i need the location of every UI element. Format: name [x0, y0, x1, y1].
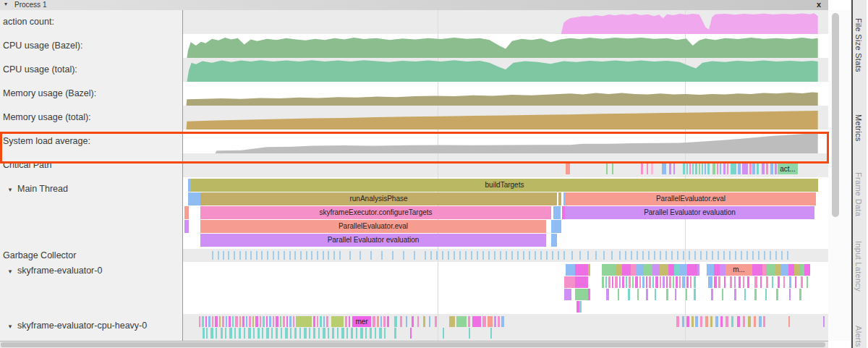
trace-span[interactable] — [772, 276, 773, 288]
gc-tick[interactable] — [370, 251, 372, 260]
trace-span[interactable] — [726, 316, 728, 327]
critical-path-bar[interactable] — [686, 164, 688, 174]
critical-path-bar[interactable] — [723, 164, 726, 174]
trace-span[interactable] — [289, 316, 292, 327]
gc-tick[interactable] — [535, 251, 536, 260]
trace-span[interactable] — [219, 316, 221, 327]
trace-span[interactable] — [490, 328, 492, 339]
critical-path-bar[interactable] — [752, 164, 755, 174]
trace-span[interactable] — [694, 276, 696, 288]
trace-span[interactable] — [737, 316, 740, 327]
trace-span[interactable] — [673, 276, 674, 288]
gc-tick[interactable] — [278, 251, 279, 260]
gc-tick[interactable] — [546, 251, 548, 260]
trace-span[interactable] — [804, 264, 810, 276]
trace-span[interactable] — [731, 316, 733, 327]
trace-span[interactable] — [763, 316, 765, 327]
trace-span[interactable] — [708, 276, 712, 288]
trace-span[interactable] — [271, 328, 273, 339]
trace-span[interactable]: mer — [352, 316, 371, 327]
gc-tick[interactable] — [256, 251, 258, 260]
trace-span[interactable]: Parallel Evaluator evaluation — [565, 206, 814, 219]
trace-span[interactable] — [216, 328, 217, 339]
gc-tick[interactable] — [500, 251, 501, 260]
gc-tick[interactable] — [311, 251, 312, 260]
trace-span[interactable] — [290, 328, 292, 339]
trace-span[interactable] — [346, 328, 348, 339]
trace-span[interactable] — [666, 276, 668, 288]
trace-span[interactable] — [384, 328, 386, 339]
trace-span[interactable] — [566, 264, 575, 276]
gc-tick[interactable] — [775, 251, 777, 260]
counter-chart-memory-usage-total-[interactable] — [183, 106, 828, 130]
gc-tick[interactable] — [494, 251, 495, 260]
gc-tick[interactable] — [595, 251, 597, 260]
trace-span[interactable] — [629, 276, 631, 288]
trace-span[interactable] — [781, 264, 788, 276]
trace-span[interactable] — [317, 316, 318, 327]
gc-tick[interactable] — [328, 251, 329, 260]
trace-span[interactable] — [766, 276, 768, 288]
trace-span[interactable] — [375, 328, 376, 339]
trace-span[interactable] — [679, 276, 681, 288]
trace-span[interactable] — [269, 316, 271, 327]
trace-span[interactable] — [720, 316, 723, 327]
gc-tick[interactable] — [654, 251, 655, 260]
trace-span[interactable] — [605, 276, 607, 288]
trace-span[interactable] — [778, 276, 780, 288]
gc-tick[interactable] — [770, 251, 771, 260]
trace-span[interactable] — [714, 264, 720, 276]
trace-span[interactable] — [722, 289, 723, 300]
trace-span[interactable] — [622, 276, 624, 288]
trace-span[interactable] — [280, 316, 281, 327]
trace-span[interactable] — [644, 264, 652, 276]
gc-tick[interactable] — [712, 251, 713, 260]
trace-span[interactable] — [313, 316, 315, 327]
vertical-scrollbar[interactable] — [828, 10, 851, 341]
critical-path-bar[interactable] — [692, 164, 694, 174]
gc-tick[interactable] — [694, 251, 696, 260]
gc-tick[interactable] — [442, 251, 443, 260]
critical-path-bar[interactable] — [770, 164, 773, 174]
trace-span[interactable] — [674, 264, 680, 276]
trace-span[interactable] — [789, 289, 791, 300]
trace-span[interactable] — [734, 289, 736, 300]
trace-span[interactable] — [468, 316, 470, 327]
trace-span[interactable] — [730, 276, 732, 288]
trace-span[interactable] — [606, 289, 609, 300]
critical-path-bar[interactable]: act... — [778, 164, 798, 174]
trace-span[interactable] — [637, 264, 644, 276]
trace-span[interactable] — [429, 316, 430, 327]
trace-span[interactable] — [686, 276, 689, 288]
trace-span[interactable] — [266, 316, 268, 327]
gc-tick[interactable] — [579, 251, 581, 260]
trace-span[interactable] — [700, 316, 702, 327]
trace-span[interactable] — [669, 276, 671, 288]
critical-path-bar[interactable] — [720, 164, 721, 174]
trace-span[interactable] — [754, 316, 756, 327]
critical-path-bar[interactable] — [641, 164, 643, 174]
gc-tick[interactable] — [746, 251, 748, 260]
trace-span[interactable] — [602, 264, 616, 276]
gc-tick[interactable] — [758, 251, 760, 260]
gc-tick[interactable] — [250, 251, 252, 260]
trace-span[interactable] — [242, 316, 244, 327]
trace-span[interactable] — [615, 276, 618, 288]
trace-span[interactable] — [714, 276, 717, 288]
gc-tick[interactable] — [603, 251, 605, 260]
trace-span[interactable] — [341, 328, 344, 339]
trace-span[interactable] — [294, 328, 297, 339]
trace-span[interactable] — [575, 289, 588, 300]
trace-span[interactable] — [553, 206, 561, 219]
gc-tick[interactable] — [306, 251, 307, 260]
trace-span[interactable] — [318, 328, 320, 339]
trace-span[interactable] — [705, 316, 708, 327]
trace-span[interactable] — [332, 328, 334, 339]
gc-tick[interactable] — [218, 251, 219, 260]
trace-span[interactable] — [501, 316, 504, 327]
gc-tick[interactable] — [587, 251, 589, 260]
gc-tick[interactable] — [718, 251, 719, 260]
gc-tick[interactable] — [323, 251, 324, 260]
counter-chart-cpu-usage-bazel-[interactable] — [183, 34, 828, 58]
gc-tick[interactable] — [631, 251, 632, 260]
